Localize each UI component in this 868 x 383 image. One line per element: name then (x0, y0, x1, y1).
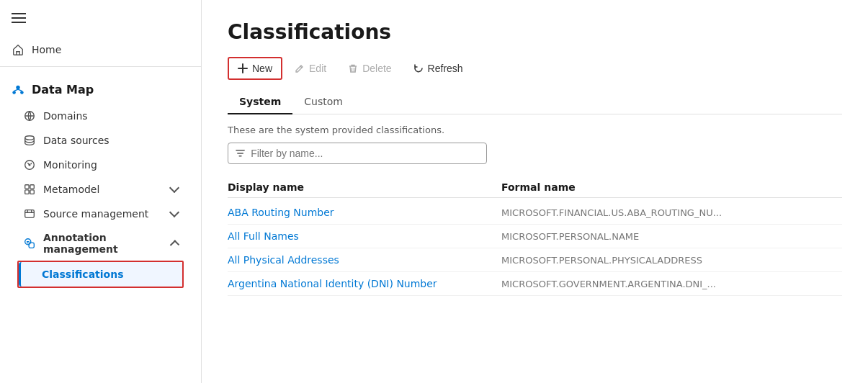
classifications-label: Classifications (42, 269, 124, 280)
row-2-formal: MICROSOFT.PERSONAL.PHYSICALADDRESS (501, 255, 842, 266)
filter-input[interactable] (251, 148, 479, 159)
table-rows: ABA Routing Number MICROSOFT.FINANCIAL.U… (228, 201, 842, 296)
sidebar-item-source-management-label: Source management (43, 208, 148, 220)
tab-custom[interactable]: Custom (292, 90, 354, 114)
source-management-icon (23, 207, 36, 220)
svg-point-6 (25, 136, 35, 140)
home-icon (12, 43, 24, 56)
svg-rect-13 (25, 210, 35, 218)
sidebar-item-annotation-label: Annotation management (43, 232, 164, 255)
edit-button[interactable]: Edit (285, 58, 336, 79)
home-label: Home (32, 44, 61, 55)
domains-icon (23, 109, 36, 122)
main-content: Classifications New Edit Delete (202, 0, 868, 383)
monitoring-icon (23, 158, 36, 171)
sidebar-section: Data Map Domains Data sources (0, 67, 201, 292)
refresh-button[interactable]: Refresh (404, 58, 473, 79)
plus-icon (238, 63, 248, 73)
section-title: Data Map (12, 78, 189, 104)
delete-icon (348, 63, 358, 73)
source-management-chevron-icon (169, 207, 179, 217)
sidebar-item-source-management[interactable]: Source management (12, 202, 189, 226)
sidebar-item-annotation-management[interactable]: Annotation management (12, 226, 189, 261)
annotation-management-icon (23, 237, 36, 250)
sidebar-item-metamodel-label: Metamodel (43, 184, 99, 195)
row-0-formal: MICROSOFT.FINANCIAL.US.ABA_ROUTING_NU... (501, 207, 842, 218)
table-row[interactable]: ABA Routing Number MICROSOFT.FINANCIAL.U… (228, 201, 842, 225)
new-button[interactable]: New (228, 57, 282, 80)
svg-point-0 (16, 85, 19, 89)
row-1-display: All Full Names (228, 230, 501, 242)
svg-point-8 (29, 164, 30, 166)
svg-rect-11 (25, 190, 29, 194)
svg-rect-10 (30, 185, 34, 189)
sidebar-item-domains-label: Domains (43, 110, 88, 122)
page-title: Classifications (228, 20, 842, 44)
row-0-display: ABA Routing Number (228, 207, 501, 218)
hamburger-menu[interactable] (0, 0, 201, 36)
sidebar-item-classifications[interactable]: Classifications (19, 262, 182, 287)
annotation-chevron-icon (170, 240, 179, 249)
table-header: Display name Formal name (228, 177, 842, 198)
edit-icon (295, 63, 305, 73)
data-sources-icon (23, 134, 36, 147)
sidebar-item-data-sources-label: Data sources (43, 135, 109, 146)
sidebar-item-data-sources[interactable]: Data sources (12, 128, 189, 153)
refresh-icon (413, 63, 424, 73)
column-display-name: Display name (228, 181, 501, 193)
table-row[interactable]: All Full Names MICROSOFT.PERSONAL.NAME (228, 225, 842, 248)
table-row[interactable]: All Physical Addresses MICROSOFT.PERSONA… (228, 248, 842, 272)
sidebar: Home Data Map Domains (0, 0, 202, 383)
metamodel-chevron-icon (169, 183, 179, 193)
data-map-icon (12, 84, 24, 96)
sidebar-item-monitoring-label: Monitoring (43, 159, 97, 171)
filter-icon (236, 148, 245, 158)
classifications-selected-box: Classifications (17, 261, 184, 288)
svg-rect-9 (25, 185, 29, 189)
delete-button[interactable]: Delete (339, 58, 401, 79)
row-1-formal: MICROSOFT.PERSONAL.NAME (501, 231, 842, 242)
filter-input-wrap[interactable] (228, 143, 487, 164)
svg-point-1 (12, 91, 16, 94)
sidebar-item-domains[interactable]: Domains (12, 104, 189, 128)
description-text: These are the system provided classifica… (228, 125, 842, 135)
svg-line-4 (18, 89, 22, 91)
row-2-display: All Physical Addresses (228, 254, 501, 266)
column-formal-name: Formal name (501, 181, 842, 193)
svg-rect-15 (29, 243, 34, 248)
tabs: System Custom (228, 90, 842, 114)
tab-system[interactable]: System (228, 90, 292, 114)
row-3-display: Argentina National Identity (DNI) Number (228, 278, 501, 289)
sidebar-item-metamodel[interactable]: Metamodel (12, 177, 189, 202)
table-row[interactable]: Argentina National Identity (DNI) Number… (228, 272, 842, 296)
svg-line-3 (14, 89, 18, 91)
metamodel-icon (23, 183, 36, 196)
sidebar-home[interactable]: Home (0, 36, 201, 67)
toolbar: New Edit Delete Refresh (228, 57, 842, 80)
row-3-formal: MICROSOFT.GOVERNMENT.ARGENTINA.DNI_... (501, 279, 842, 289)
svg-rect-12 (30, 190, 34, 194)
sidebar-item-monitoring[interactable]: Monitoring (12, 153, 189, 177)
svg-point-2 (20, 91, 24, 94)
